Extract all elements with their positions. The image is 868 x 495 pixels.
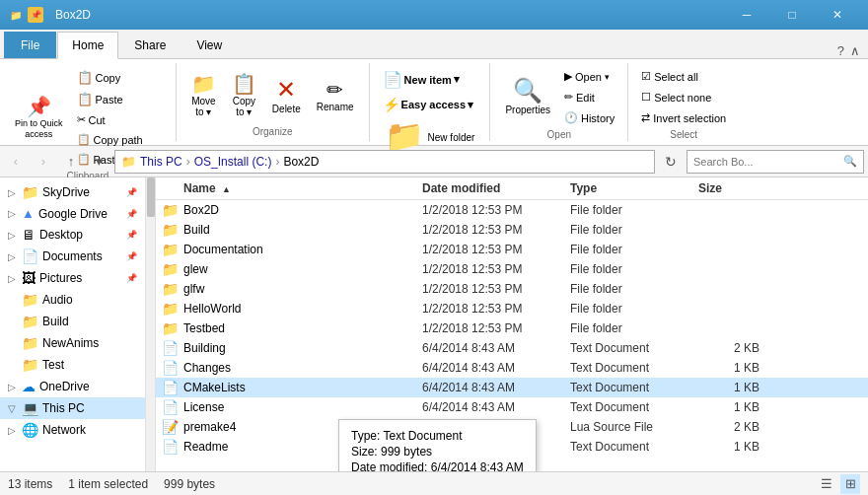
ribbon-collapse-button[interactable]: ∧ xyxy=(850,43,860,58)
search-box[interactable]: 🔍 xyxy=(687,150,864,174)
file-row[interactable]: 📁 Build 1/2/2018 12:53 PM File folder xyxy=(156,220,868,240)
file-row[interactable]: 📁 Documentation 1/2/2018 12:53 PM File f… xyxy=(156,240,868,259)
new-item-label: New item xyxy=(404,74,452,86)
file-row[interactable]: 📁 Testbed 1/2/2018 12:53 PM File folder xyxy=(156,318,868,338)
file-area: Name ▲ Date modified Type Size 📁 Box2D 1… xyxy=(156,177,868,471)
tab-share[interactable]: Share xyxy=(119,32,181,58)
file-row[interactable]: 📁 Box2D 1/2/2018 12:53 PM File folder xyxy=(156,200,868,220)
sidebar-item-build[interactable]: ▷ 📁 Build xyxy=(0,311,145,332)
sidebar-item-thispc[interactable]: ▽ 💻 This PC xyxy=(0,397,145,419)
sidebar-item-network[interactable]: ▷ 🌐 Network xyxy=(0,419,145,441)
copy-path-label: Copy path xyxy=(94,134,143,146)
file-row[interactable]: 📄 Changes 6/4/2014 8:43 AM Text Document… xyxy=(156,358,868,378)
pin-to-quick-button[interactable]: 📌 Pin to Quickaccess xyxy=(8,94,70,143)
selected-size: 999 bytes xyxy=(164,477,215,491)
easy-access-label: Easy access xyxy=(401,99,466,110)
sidebar-item-desktop[interactable]: ▷ 🖥 Desktop 📌 xyxy=(0,224,145,246)
invert-icon: ⇄ xyxy=(641,111,650,124)
file-row[interactable]: 📁 HelloWorld 1/2/2018 12:53 PM File fold… xyxy=(156,299,868,318)
refresh-button[interactable]: ↻ xyxy=(659,150,683,174)
properties-button[interactable]: 🔍 Properties xyxy=(498,76,557,118)
sidebar-item-audio[interactable]: ▷ 📁 Audio xyxy=(0,289,145,311)
address-path[interactable]: 📁 This PC › OS_Install (C:) › Box2D xyxy=(114,150,655,174)
path-os-install[interactable]: OS_Install (C:) xyxy=(194,155,272,169)
main-area: ▷ 📁 SkyDrive 📌 ▷ ▲ Google Drive 📌 ▷ 🖥 De… xyxy=(0,177,868,471)
minimize-button[interactable]: ─ xyxy=(724,0,769,30)
tab-view[interactable]: View xyxy=(181,32,237,58)
open-group-label: Open xyxy=(547,129,571,140)
tab-file[interactable]: File xyxy=(4,32,56,58)
pictures-icon: 🖼 xyxy=(22,270,36,286)
sidebar-item-skydrive[interactable]: ▷ 📁 SkyDrive 📌 xyxy=(0,181,145,203)
select-none-button[interactable]: ☐ Select none xyxy=(636,88,716,106)
invert-selection-button[interactable]: ⇄ Invert selection xyxy=(636,108,731,127)
file-date: 1/2/2018 12:53 PM xyxy=(422,282,570,296)
col-size-header[interactable]: Size xyxy=(698,181,767,195)
tab-home[interactable]: Home xyxy=(57,32,118,59)
sidebar-scrollbar[interactable] xyxy=(146,177,156,471)
easy-access-button[interactable]: ⚡ Easy access ▾ xyxy=(378,94,478,115)
sidebar-item-newanims[interactable]: ▷ 📁 NewAnims xyxy=(0,332,145,354)
maximize-button[interactable]: □ xyxy=(769,0,815,30)
sidebar-item-onedrive[interactable]: ▷ ☁ OneDrive xyxy=(0,376,145,397)
close-button[interactable]: ✕ xyxy=(815,0,860,30)
file-name: Build xyxy=(183,223,422,237)
file-date: 1/2/2018 12:53 PM xyxy=(422,321,570,335)
documents-label: Documents xyxy=(42,249,122,263)
paste-button[interactable]: 📋 Paste xyxy=(72,89,168,109)
easy-access-arrow: ▾ xyxy=(468,99,473,111)
delete-button[interactable]: ✕ Delete xyxy=(265,75,308,117)
edit-button[interactable]: ✏ Edit xyxy=(559,88,619,106)
file-row[interactable]: 📁 glfw 1/2/2018 12:53 PM File folder xyxy=(156,279,868,299)
rename-button[interactable]: ✏ Rename xyxy=(310,77,361,115)
move-to-button[interactable]: 📁 Moveto ▾ xyxy=(184,71,223,120)
cut-button[interactable]: ✂ Cut xyxy=(72,110,168,129)
sidebar-item-googledrive[interactable]: ▷ ▲ Google Drive 📌 xyxy=(0,203,145,224)
file-row[interactable]: 📄 Building 6/4/2014 8:43 AM Text Documen… xyxy=(156,338,868,358)
sidebar-item-test[interactable]: ▷ 📁 Test xyxy=(0,354,145,376)
file-icon: 📁 xyxy=(156,281,183,297)
recent-locations-button[interactable]: ▾ xyxy=(87,150,110,174)
search-icon: 🔍 xyxy=(843,155,857,168)
history-icon: 🕐 xyxy=(564,111,578,124)
copy-button[interactable]: 📋 Copy xyxy=(72,67,168,88)
file-row[interactable]: 📄 CMakeLists 6/4/2014 8:43 AM Text Docum… xyxy=(156,378,868,397)
col-name-header[interactable]: Name ▲ xyxy=(156,181,422,195)
copy-to-button[interactable]: 📋 Copyto ▾ xyxy=(225,71,263,120)
view-controls: ☰ ⊞ xyxy=(817,474,860,494)
sidebar-item-pictures[interactable]: ▷ 🖼 Pictures 📌 xyxy=(0,267,145,289)
open-button[interactable]: ▶ Open ▾ xyxy=(559,67,619,86)
organize-buttons: 📁 Moveto ▾ 📋 Copyto ▾ ✕ Delete ✏ Rename xyxy=(184,67,361,124)
back-button: ‹ xyxy=(4,150,28,174)
desktop-icon: 🖥 xyxy=(22,227,36,243)
select-none-label: Select none xyxy=(654,92,711,104)
copy-path-button[interactable]: 📋 Copy path xyxy=(72,130,168,149)
details-view-button[interactable]: ☰ xyxy=(817,474,836,494)
open-buttons: 🔍 Properties ▶ Open ▾ ✏ Edit 🕐 History xyxy=(498,67,619,127)
history-button[interactable]: 🕐 History xyxy=(559,108,619,127)
tooltip-size: Size: 999 bytes xyxy=(351,444,524,460)
file-row[interactable]: 📁 glew 1/2/2018 12:53 PM File folder xyxy=(156,259,868,279)
col-date-header[interactable]: Date modified xyxy=(422,181,570,195)
path-this-pc[interactable]: This PC xyxy=(140,155,182,169)
expand-icon: ▷ xyxy=(8,187,16,198)
select-all-button[interactable]: ☑ Select all xyxy=(636,67,703,86)
col-type-header[interactable]: Type xyxy=(570,181,698,195)
pin-indicator: 📌 xyxy=(126,209,137,219)
tooltip-date: Date modified: 6/4/2014 8:43 AM xyxy=(351,460,524,471)
file-date: 1/2/2018 12:53 PM xyxy=(422,203,570,217)
status-bar: 13 items 1 item selected 999 bytes ☰ ⊞ xyxy=(0,471,868,495)
search-input[interactable] xyxy=(693,156,839,168)
file-type: File folder xyxy=(570,282,698,296)
paste-label: Paste xyxy=(96,94,123,106)
pin-icon[interactable]: 📌 xyxy=(28,7,43,23)
new-item-button[interactable]: 📄 New item ▾ xyxy=(378,67,465,92)
sidebar-item-documents[interactable]: ▷ 📄 Documents 📌 xyxy=(0,246,145,267)
file-name: Documentation xyxy=(183,243,422,256)
large-icons-view-button[interactable]: ⊞ xyxy=(840,474,860,494)
file-rows-container: 📁 Box2D 1/2/2018 12:53 PM File folder 📁 … xyxy=(156,200,868,457)
up-button[interactable]: ↑ xyxy=(59,150,83,174)
file-row[interactable]: 📄 License 6/4/2014 8:43 AM Text Document… xyxy=(156,397,868,417)
help-button[interactable]: ? xyxy=(837,43,844,58)
file-icon: 📝 xyxy=(156,419,183,435)
